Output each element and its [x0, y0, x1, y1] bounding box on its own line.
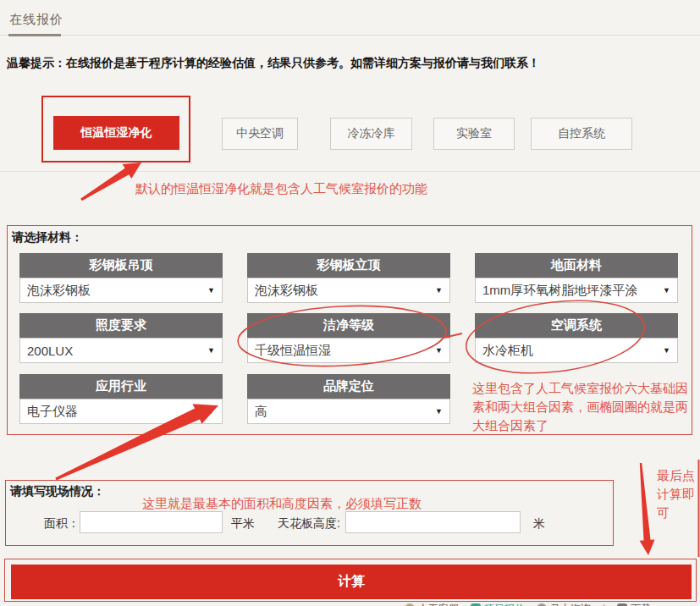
- group-header-illumination: 照度要求: [19, 313, 223, 338]
- material-group-cleanliness: 洁净等级 千级恒温恒湿 ▼: [247, 313, 450, 363]
- group-header-cleanliness: 洁净等级: [247, 313, 450, 338]
- material-group-floor-material: 地面材料 1mm厚环氧树脂地坪漆平涂 ▼: [475, 253, 678, 303]
- ceiling-height-label: 天花板高度:: [278, 516, 340, 532]
- industry-select-value: 电子仪器: [27, 404, 78, 420]
- wall-panel-select[interactable]: 泡沫彩钢板 ▼: [247, 278, 450, 303]
- material-group-illumination: 照度要求 200LUX ▼: [19, 313, 223, 363]
- dropdown-caret-icon: ▼: [435, 286, 443, 295]
- hvac-system-select[interactable]: 水冷柜机 ▼: [475, 338, 678, 363]
- area-label: 面积：: [44, 516, 80, 532]
- title-divider-accent: [8, 34, 61, 36]
- tab-central-ac[interactable]: 中央空调: [222, 118, 298, 150]
- footer-item-label: 人工客服: [418, 602, 459, 606]
- footer-separator: |: [603, 603, 605, 606]
- illumination-select[interactable]: 200LUX ▼: [19, 338, 223, 363]
- footer-item-project-quote[interactable]: 项目报价: [471, 602, 525, 606]
- material-group-ceiling-panel: 彩钢板吊顶 泡沫彩钢板 ▼: [19, 253, 223, 303]
- hvac-system-select-value: 水冷柜机: [482, 343, 533, 359]
- title-divider: [0, 35, 700, 36]
- wall-panel-select-value: 泡沫彩钢板: [255, 283, 318, 299]
- group-header-wall-panel: 彩钢板立顶: [247, 253, 450, 278]
- page-title: 在线报价: [9, 12, 63, 28]
- final-annotation-text: 最后点计算即可: [657, 466, 699, 522]
- material-group-hvac-system: 空调系统 水冷柜机 ▼: [475, 313, 678, 363]
- area-input[interactable]: [80, 511, 223, 533]
- calculate-button[interactable]: 计算: [11, 565, 692, 599]
- footer-item-consult[interactable]: 马上咨询: [537, 602, 591, 606]
- tab-annotation-text: 默认的恒温恒湿净化就是包含人工气候室报价的功能: [135, 179, 427, 198]
- cleanliness-select[interactable]: 千级恒温恒湿 ▼: [247, 338, 450, 363]
- materials-section-label: 请选择材料：: [12, 230, 83, 245]
- area-unit-label: 平米: [231, 516, 255, 532]
- tab-cold-storage[interactable]: 冷冻冷库: [330, 118, 412, 150]
- footer-strip: 人工客服 项目报价 马上咨询 | 下载: [405, 600, 651, 606]
- dropdown-caret-icon: ▼: [435, 346, 443, 355]
- site-annotation-text: 这里就是最基本的面积和高度因素，必须填写正数: [142, 494, 422, 513]
- ceiling-panel-select[interactable]: 泡沫彩钢板 ▼: [19, 278, 223, 303]
- dropdown-caret-icon: ▼: [435, 407, 443, 416]
- factors-annotation-text: 这里包含了人工气候室报价六大基础因素和两大组合因素，画椭圆圈的就是两大组合因素了: [472, 379, 694, 435]
- notice-text: 温馨提示：在线报价是基于程序计算的经验估值，结果只供参考。如需详细方案与报价请与…: [7, 56, 692, 71]
- material-group-wall-panel: 彩钢板立顶 泡沫彩钢板 ▼: [247, 253, 450, 303]
- arrow-to-calculate: [640, 463, 655, 555]
- height-unit-label: 米: [533, 516, 545, 532]
- footer-item-label: 项目报价: [484, 602, 525, 606]
- dropdown-caret-icon: ▼: [207, 286, 215, 295]
- dropdown-caret-icon: ▼: [207, 346, 215, 355]
- brand-level-select-value: 高: [255, 404, 267, 420]
- dropdown-caret-icon: ▼: [663, 346, 670, 355]
- group-header-floor-material: 地面材料: [475, 253, 678, 278]
- group-header-brand-level: 品牌定位: [247, 374, 450, 399]
- tabs-divider: [0, 171, 700, 172]
- illumination-select-value: 200LUX: [27, 344, 73, 358]
- material-group-industry: 应用行业 电子仪器 ▼: [19, 374, 223, 424]
- ceiling-height-input[interactable]: [345, 511, 521, 533]
- group-header-ceiling-panel: 彩钢板吊顶: [19, 253, 223, 278]
- dropdown-caret-icon: ▼: [663, 286, 670, 295]
- industry-select[interactable]: 电子仪器 ▼: [19, 399, 223, 424]
- arrow-to-tab: [80, 163, 141, 201]
- material-group-brand-level: 品牌定位 高 ▼: [247, 374, 450, 424]
- tab-laboratory[interactable]: 实验室: [433, 118, 515, 150]
- floor-material-select-value: 1mm厚环氧树脂地坪漆平涂: [482, 283, 637, 299]
- group-header-industry: 应用行业: [19, 374, 223, 399]
- floor-material-select[interactable]: 1mm厚环氧树脂地坪漆平涂 ▼: [475, 278, 678, 303]
- footer-item-label: 下载: [631, 602, 651, 606]
- group-header-hvac-system: 空调系统: [475, 313, 678, 338]
- footer-item-support[interactable]: 人工客服: [405, 602, 459, 606]
- cleanliness-select-value: 千级恒温恒湿: [255, 343, 331, 359]
- tab-automation-system[interactable]: 自控系统: [531, 118, 632, 150]
- footer-item-download[interactable]: 下载: [617, 602, 651, 606]
- dropdown-caret-icon: ▼: [207, 407, 215, 416]
- online-quote-page: 在线报价 温馨提示：在线报价是基于程序计算的经验估值，结果只供参考。如需详细方案…: [0, 0, 700, 606]
- ceiling-panel-select-value: 泡沫彩钢板: [27, 283, 91, 299]
- footer-item-label: 马上咨询: [550, 602, 591, 606]
- brand-level-select[interactable]: 高 ▼: [247, 399, 450, 424]
- tab-constant-temp-humidity-purification[interactable]: 恒温恒湿净化: [53, 116, 179, 150]
- site-section-label: 请填写现场情况：: [10, 484, 105, 499]
